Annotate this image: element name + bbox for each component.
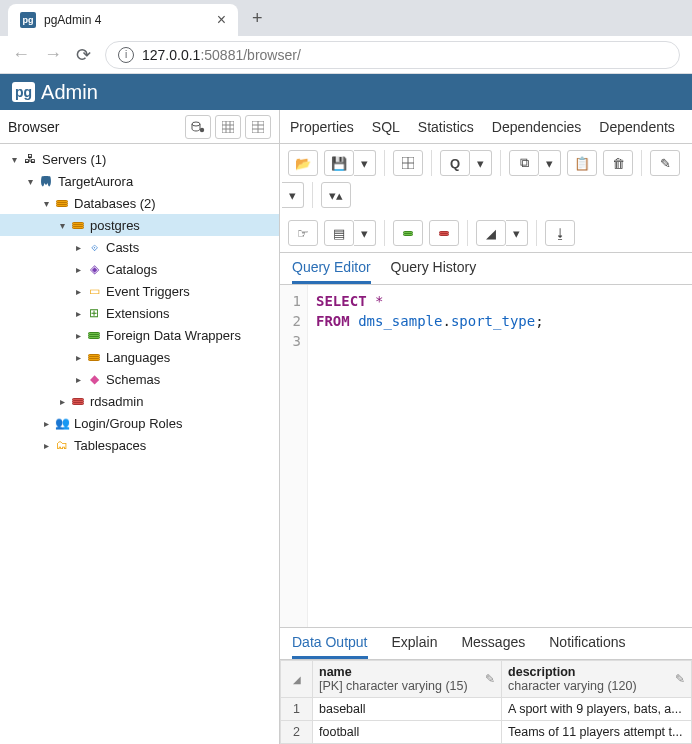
pgadmin-logo[interactable]: pgAdmin bbox=[12, 81, 98, 104]
browser-panel-title: Browser bbox=[8, 119, 185, 135]
chrome-toolbar: ← → ⟳ i 127.0.0.1:50881/browser/ bbox=[0, 36, 692, 74]
cell-description[interactable]: A sport with 9 players, bats, a... bbox=[502, 698, 692, 721]
pgadmin-favicon: pg bbox=[20, 12, 36, 28]
explain-menu[interactable]: ▾ bbox=[354, 220, 376, 246]
browser-tool-filter[interactable] bbox=[245, 115, 271, 139]
event-triggers-icon: ▭ bbox=[86, 284, 102, 298]
rownum-header[interactable]: ◢ bbox=[281, 661, 313, 698]
properties-tabs: Properties SQL Statistics Dependencies D… bbox=[280, 110, 692, 144]
tree-fdw[interactable]: ▸Foreign Data Wrappers bbox=[0, 324, 279, 346]
find-menu[interactable]: ▾ bbox=[470, 150, 492, 176]
delete-button[interactable]: 🗑 bbox=[603, 150, 633, 176]
new-tab-button[interactable]: + bbox=[246, 4, 269, 33]
tree-languages[interactable]: ▸Languages bbox=[0, 346, 279, 368]
tab-query-history[interactable]: Query History bbox=[391, 259, 477, 284]
cell-name[interactable]: football bbox=[313, 721, 502, 744]
clear-menu[interactable]: ▾ bbox=[506, 220, 528, 246]
rollback-button[interactable] bbox=[429, 220, 459, 246]
tab-statistics[interactable]: Statistics bbox=[418, 119, 474, 135]
tab-explain[interactable]: Explain bbox=[392, 634, 438, 659]
tree-schemas[interactable]: ▸◆Schemas bbox=[0, 368, 279, 390]
back-button[interactable]: ← bbox=[12, 44, 30, 65]
tab-properties[interactable]: Properties bbox=[290, 119, 354, 135]
forward-button[interactable]: → bbox=[44, 44, 62, 65]
line-gutter: 1 2 3 bbox=[280, 285, 308, 627]
browser-tool-1[interactable] bbox=[185, 115, 211, 139]
svg-point-0 bbox=[192, 122, 200, 126]
tab-messages[interactable]: Messages bbox=[461, 634, 525, 659]
paste-button[interactable]: 📋 bbox=[567, 150, 597, 176]
result-grid[interactable]: ◢ name [PK] character varying (15) ✎ des… bbox=[280, 660, 692, 744]
chrome-tab-title: pgAdmin 4 bbox=[44, 13, 209, 27]
chrome-tab-strip: pg pgAdmin 4 × + bbox=[0, 0, 692, 36]
servers-icon: 🖧 bbox=[22, 152, 38, 166]
database-icon bbox=[70, 218, 86, 232]
tree-server-targetaurora[interactable]: ▾TargetAurora bbox=[0, 170, 279, 192]
tree-databases[interactable]: ▾Databases (2) bbox=[0, 192, 279, 214]
edit-menu[interactable]: ▾ bbox=[282, 182, 304, 208]
tree-servers[interactable]: ▾🖧Servers (1) bbox=[0, 148, 279, 170]
tab-sql[interactable]: SQL bbox=[372, 119, 400, 135]
tree-catalogs[interactable]: ▸◈Catalogs bbox=[0, 258, 279, 280]
languages-icon bbox=[86, 350, 102, 364]
editor-tabs: Query Editor Query History bbox=[280, 253, 692, 285]
tree-login-roles[interactable]: ▸👥Login/Group Roles bbox=[0, 412, 279, 434]
tree-db-postgres[interactable]: ▾postgres bbox=[0, 214, 279, 236]
download-button[interactable]: ⭳ bbox=[545, 220, 575, 246]
close-tab-icon[interactable]: × bbox=[217, 11, 226, 29]
copy-button[interactable]: ⧉ bbox=[509, 150, 539, 176]
edit-column-icon[interactable]: ✎ bbox=[485, 672, 495, 686]
col-header-description[interactable]: description character varying (120) ✎ bbox=[502, 661, 692, 698]
schemas-icon: ◆ bbox=[86, 372, 102, 386]
database-icon bbox=[70, 394, 86, 408]
table-row[interactable]: 1 baseball A sport with 9 players, bats,… bbox=[281, 698, 692, 721]
extensions-icon: ⊞ bbox=[86, 306, 102, 320]
tab-dependents[interactable]: Dependents bbox=[599, 119, 675, 135]
edit-column-icon[interactable]: ✎ bbox=[675, 672, 685, 686]
tree-casts[interactable]: ▸⟐Casts bbox=[0, 236, 279, 258]
table-row[interactable]: 2 football Teams of 11 players attempt t… bbox=[281, 721, 692, 744]
tab-query-editor[interactable]: Query Editor bbox=[292, 259, 371, 284]
commit-button[interactable] bbox=[393, 220, 423, 246]
save-button[interactable]: 💾 bbox=[324, 150, 354, 176]
find-button[interactable]: Q bbox=[440, 150, 470, 176]
chrome-tab[interactable]: pg pgAdmin 4 × bbox=[8, 4, 238, 36]
open-file-button[interactable]: 📂 bbox=[288, 150, 318, 176]
tab-notifications[interactable]: Notifications bbox=[549, 634, 625, 659]
copy-menu[interactable]: ▾ bbox=[539, 150, 561, 176]
tree-tablespaces[interactable]: ▸🗂Tablespaces bbox=[0, 434, 279, 456]
casts-icon: ⟐ bbox=[86, 240, 102, 254]
tab-dependencies[interactable]: Dependencies bbox=[492, 119, 582, 135]
tablespaces-icon: 🗂 bbox=[54, 438, 70, 452]
col-header-name[interactable]: name [PK] character varying (15) ✎ bbox=[313, 661, 502, 698]
output-tabs: Data Output Explain Messages Notificatio… bbox=[280, 627, 692, 660]
database-icon bbox=[54, 196, 70, 210]
grid-button[interactable] bbox=[393, 150, 423, 176]
url-path: :50881/browser/ bbox=[200, 47, 300, 63]
clear-button[interactable]: ◢ bbox=[476, 220, 506, 246]
url-host: 127.0.0.1 bbox=[142, 47, 200, 63]
edit-button[interactable]: ✎ bbox=[650, 150, 680, 176]
save-menu[interactable]: ▾ bbox=[354, 150, 376, 176]
reload-button[interactable]: ⟳ bbox=[76, 44, 91, 66]
address-bar[interactable]: i 127.0.0.1:50881/browser/ bbox=[105, 41, 680, 69]
tree-extensions[interactable]: ▸⊞Extensions bbox=[0, 302, 279, 324]
cell-name[interactable]: baseball bbox=[313, 698, 502, 721]
site-info-icon[interactable]: i bbox=[118, 47, 134, 63]
tab-data-output[interactable]: Data Output bbox=[292, 634, 368, 659]
query-toolbar: 📂 💾▾ Q▾ ⧉▾ 📋 🗑 ✎▾ ▾▴ ☞ ▤▾ ◢▾ ⭳ bbox=[280, 144, 692, 253]
tree-db-rdsadmin[interactable]: ▸rdsadmin bbox=[0, 390, 279, 412]
tree-event-triggers[interactable]: ▸▭Event Triggers bbox=[0, 280, 279, 302]
sql-code[interactable]: SELECT * FROM dms_sample.sport_type; bbox=[308, 285, 552, 627]
svg-point-1 bbox=[200, 127, 204, 131]
pgadmin-header: pgAdmin bbox=[0, 74, 692, 110]
explain-button[interactable]: ▤ bbox=[324, 220, 354, 246]
browser-tool-grid[interactable] bbox=[215, 115, 241, 139]
cell-description[interactable]: Teams of 11 players attempt t... bbox=[502, 721, 692, 744]
execute-cursor-button[interactable]: ☞ bbox=[288, 220, 318, 246]
filter-button[interactable]: ▾▴ bbox=[321, 182, 351, 208]
fdw-icon bbox=[86, 328, 102, 342]
svg-rect-2 bbox=[222, 121, 234, 133]
roles-icon: 👥 bbox=[54, 416, 70, 430]
sql-editor[interactable]: 1 2 3 SELECT * FROM dms_sample.sport_typ… bbox=[280, 285, 692, 627]
